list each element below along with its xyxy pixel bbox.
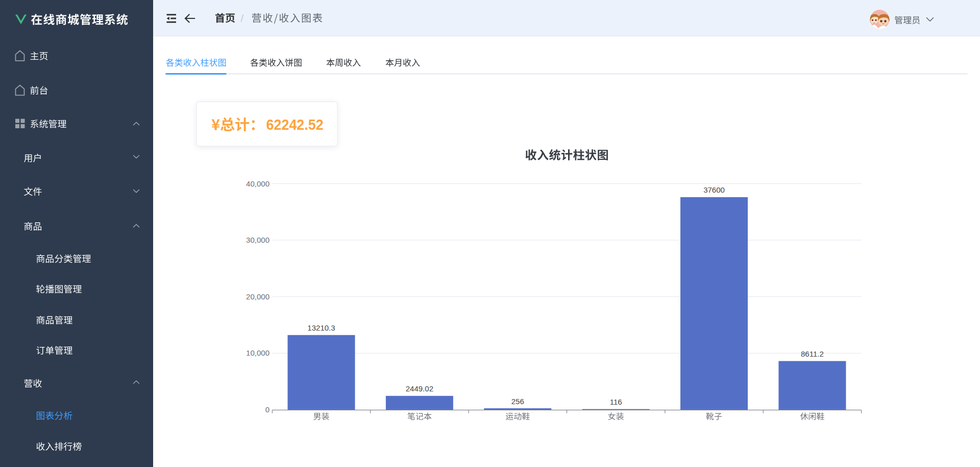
svg-text:20,000: 20,000 [246,292,270,301]
svg-text:40,000: 40,000 [246,179,270,188]
svg-text:8611.2: 8611.2 [801,349,824,358]
svg-text:256: 256 [511,397,524,406]
svg-text:0: 0 [265,405,270,414]
svg-text:62242.52: 62242.52 [266,116,324,133]
svg-text:/: / [241,13,244,24]
svg-text:2449.02: 2449.02 [406,384,433,393]
svg-text:37600: 37600 [703,185,725,194]
svg-text:10,000: 10,000 [246,348,270,357]
svg-text:30,000: 30,000 [246,236,270,244]
svg-text:116: 116 [610,398,622,406]
svg-text:13210.3: 13210.3 [307,323,335,332]
